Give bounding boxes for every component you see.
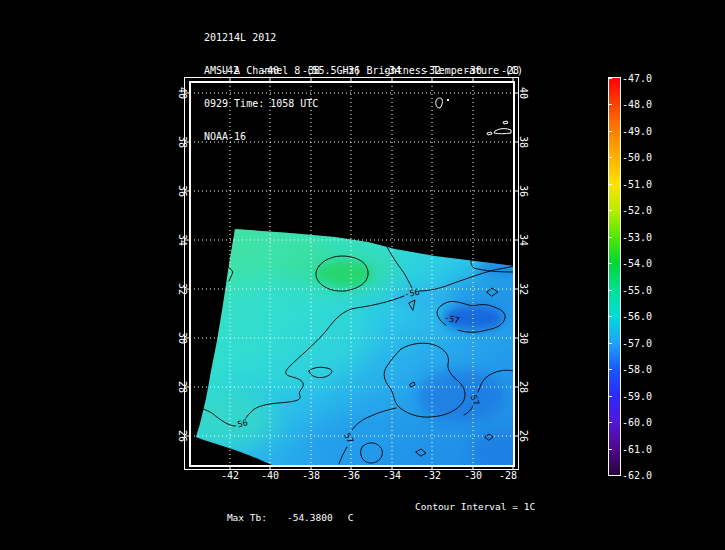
swath-shade-cyan-band — [200, 285, 370, 385]
y-axis-label-left: 30 — [177, 332, 188, 344]
colorbar-label: -57.0 — [622, 338, 652, 349]
colorbar-label: -47.0 — [622, 73, 652, 84]
colorbar-label: -56.0 — [622, 311, 652, 322]
x-axis-label-top: -28 — [501, 65, 519, 76]
swath-cold-blob-lower — [417, 370, 505, 422]
max-tb-unit: C — [348, 512, 354, 523]
y-axis-label-right: 36 — [518, 185, 529, 197]
y-axis-label-left: 32 — [177, 283, 188, 295]
colorbar-label: -49.0 — [622, 126, 652, 137]
swath-shade-south — [303, 416, 433, 468]
x-axis-label-top: -36 — [342, 65, 360, 76]
island-outline — [503, 121, 508, 124]
colorbar-label: -52.0 — [622, 205, 652, 216]
colorbar-label: -60.0 — [622, 417, 652, 428]
y-axis-label-right: 38 — [518, 136, 529, 148]
x-axis-label-bottom: -36 — [342, 470, 360, 481]
x-axis-label-bottom: -42 — [221, 470, 239, 481]
colorbar-label: -61.0 — [622, 444, 652, 455]
x-axis-label-bottom: -38 — [302, 470, 320, 481]
x-axis-label-top: -32 — [423, 65, 441, 76]
screenshot-root: 201214L 2012 AMSU-A Channel 8 (55.5GHz) … — [0, 0, 725, 550]
colorbar-label: -62.0 — [622, 470, 652, 481]
y-axis-label-right: 32 — [518, 283, 529, 295]
x-axis-label-top: -40 — [261, 65, 279, 76]
x-axis-label-top: -34 — [383, 65, 401, 76]
y-axis-label-left: 34 — [177, 234, 188, 246]
colorbar-label: -59.0 — [622, 391, 652, 402]
colorbar-label: -50.0 — [622, 152, 652, 163]
colorbar-label: -55.0 — [622, 285, 652, 296]
colorbar — [608, 77, 621, 476]
x-axis-label-bottom: -40 — [261, 470, 279, 481]
y-axis-label-left: 36 — [177, 185, 188, 197]
x-axis-label-top: -38 — [302, 65, 320, 76]
colorbar-label: -48.0 — [622, 99, 652, 110]
y-axis-label-right: 30 — [518, 332, 529, 344]
y-axis-label-left: 40 — [177, 87, 188, 99]
x-axis-label-top: -30 — [464, 65, 482, 76]
swath-shade-sw — [180, 392, 276, 448]
contour-interval-note: Contour Interval = 1C — [415, 501, 535, 512]
x-axis-label-bottom: -28 — [499, 470, 517, 481]
colorbar-label: -51.0 — [622, 179, 652, 190]
island-outline — [494, 129, 511, 134]
x-axis-label-bottom: -34 — [383, 470, 401, 481]
max-tb-label: Max Tb: — [227, 512, 267, 523]
y-axis-label-left: 26 — [177, 430, 188, 442]
island-coastlines — [436, 98, 511, 135]
max-tb-value: -54.3800 — [287, 512, 333, 523]
y-axis-label-left: 38 — [177, 136, 188, 148]
x-axis-label-top: -42 — [221, 65, 239, 76]
island-outline — [436, 98, 443, 108]
x-axis-label-bottom: -32 — [423, 470, 441, 481]
island-dot — [447, 99, 449, 101]
island-outline — [487, 132, 492, 135]
y-axis-label-left: 28 — [177, 381, 188, 393]
colorbar-label: -53.0 — [622, 232, 652, 243]
colorbar-label: -58.0 — [622, 364, 652, 375]
y-axis-label-right: 40 — [518, 87, 529, 99]
colorbar-label: -54.0 — [622, 258, 652, 269]
max-tb-readout: Max Tb:-54.3800C — [204, 501, 353, 534]
y-axis-label-right: 28 — [518, 381, 529, 393]
swath-layer — [180, 225, 534, 468]
x-axis-label-bottom: -30 — [464, 470, 482, 481]
y-axis-label-right: 34 — [518, 234, 529, 246]
y-axis-label-right: 26 — [518, 430, 529, 442]
